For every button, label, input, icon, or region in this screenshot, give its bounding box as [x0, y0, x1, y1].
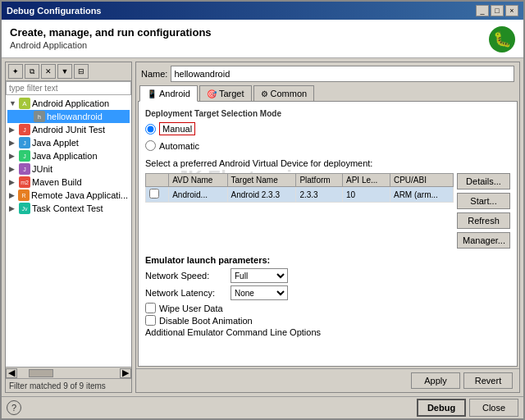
row-api-level: 10 [342, 187, 390, 203]
maven-icon: m2 [19, 176, 30, 188]
expand-icon: ▼ [9, 99, 17, 107]
tree-item-remote-java[interactable]: ▶ R Remote Java Applicati... [7, 189, 130, 202]
tree-label-android-app: Android Application [32, 98, 109, 108]
row-target-name: Android 2.3.3 [227, 187, 296, 203]
details-button[interactable]: Details... [457, 173, 510, 189]
tab-target-label: Target [219, 89, 244, 98]
row-avd-name: Android... [169, 187, 227, 203]
expand-icon4: ▶ [9, 152, 17, 160]
tab-android[interactable]: 📱 Android [139, 85, 198, 102]
table-row[interactable]: Android... Android 2.3.3 2.3.3 10 ARM (a… [146, 187, 454, 203]
scroll-right-btn[interactable]: ▶ [120, 368, 131, 378]
col-avd-name-header: AVD Name [169, 174, 227, 187]
scroll-thumb[interactable] [29, 369, 53, 377]
disable-boot-checkbox[interactable] [145, 315, 156, 326]
tab-android-label: Android [159, 89, 190, 98]
debug-button[interactable]: Debug [417, 399, 466, 417]
tab-target[interactable]: 🎯 Target [199, 85, 252, 101]
tree-item-android-junit[interactable]: ▶ J Android JUnit Test [7, 123, 130, 136]
tab-content: JK Electronics Deployment Target Selecti… [138, 101, 518, 367]
deployment-section: Deployment Target Selection Mode [145, 108, 510, 118]
filter-button[interactable]: ▼ [57, 64, 72, 79]
avd-table-section: AVD Name Target Name Platform API Le... … [145, 173, 510, 249]
window-title: Debug Configurations [7, 6, 102, 16]
network-speed-row: Network Speed: Full GPRS EDGE [145, 268, 510, 283]
col-api-level: API Le... [342, 174, 390, 187]
expand-icon5: ▶ [9, 165, 17, 173]
tree-item-java-applet[interactable]: ▶ J Java Applet [7, 136, 130, 149]
automatic-label: Automatic [159, 141, 199, 151]
network-speed-select[interactable]: Full GPRS EDGE [231, 268, 288, 283]
filter-status: Filter matched 9 of 9 items [9, 381, 106, 390]
duplicate-button[interactable]: ⧉ [25, 64, 39, 79]
debug-configurations-window: Debug Configurations _ □ × Create, manag… [0, 0, 525, 420]
maximize-button[interactable]: □ [491, 5, 504, 16]
applet-icon: J [19, 137, 30, 148]
horizontal-scrollbar[interactable]: ◀ ▶ [6, 367, 131, 378]
col-target-name: Target Name [227, 174, 296, 187]
name-input[interactable] [171, 66, 514, 82]
row-platform: 2.3.3 [296, 187, 343, 203]
close-button-footer[interactable]: Close [469, 399, 518, 417]
common-tab-icon: ⚙ [261, 89, 268, 98]
tree-item-android-app[interactable]: ▼ A Android Application [7, 97, 130, 110]
scroll-left-btn[interactable]: ◀ [6, 368, 17, 378]
automatic-radio[interactable] [145, 140, 156, 151]
expand-icon2: ▶ [9, 126, 17, 134]
close-button[interactable]: × [505, 5, 518, 16]
network-latency-row: Network Latency: None GPRS [145, 285, 510, 300]
bug-icon: 🐛 [489, 26, 515, 52]
tab-common-label: Common [271, 89, 308, 98]
tree-area: ▼ A Android Application h hellowandroid … [6, 95, 131, 367]
collapse-button[interactable]: ⊟ [74, 64, 89, 79]
android-tab-icon: 📱 [147, 89, 157, 98]
junit-icon: J [19, 124, 30, 135]
apply-button[interactable]: Apply [411, 372, 460, 389]
revert-button[interactable]: Revert [463, 372, 513, 389]
wipe-user-data-checkbox[interactable] [145, 303, 156, 313]
remote-icon: R [18, 189, 30, 201]
col-cpu-abi: CPU/ABI [390, 174, 453, 187]
tree-label-hellowandroid: hellowandroid [47, 112, 103, 121]
name-row: Name: [136, 62, 519, 85]
target-tab-icon: 🎯 [207, 89, 217, 98]
help-button[interactable]: ? [7, 400, 21, 415]
tree-label-android-junit: Android JUnit Test [32, 125, 105, 135]
header-title: Create, manage, and run configurations [10, 26, 212, 39]
tree-label-java-applet: Java Applet [32, 138, 79, 148]
window-header: Create, manage, and run configurations A… [2, 20, 523, 58]
selection-label: Select a preferred Android Virtual Devic… [145, 158, 510, 168]
left-toolbar: ✦ ⧉ ✕ ▼ ⊟ [6, 62, 131, 81]
refresh-button[interactable]: Refresh [457, 212, 510, 229]
task-icon: Jv [19, 203, 30, 214]
start-button[interactable]: Start... [457, 193, 510, 209]
javaapp-icon: J [19, 150, 30, 162]
header-text: Create, manage, and run configurations A… [10, 26, 212, 50]
tree-label-java-app: Java Application [32, 151, 98, 161]
tabs-row: 📱 Android 🎯 Target ⚙ Common [136, 85, 519, 101]
tree-item-junit[interactable]: ▶ J JUnit [7, 162, 130, 176]
manual-radio[interactable] [145, 124, 156, 135]
junit2-icon: J [19, 163, 30, 175]
emulator-section: Emulator launch parameters: Network Spee… [145, 255, 510, 337]
emulator-label: Emulator launch parameters: [145, 255, 510, 265]
footer-bar: ? Debug Close [2, 396, 523, 418]
tree-item-maven[interactable]: ▶ m2 Maven Build [7, 176, 130, 189]
new-config-button[interactable]: ✦ [8, 64, 23, 79]
right-panel: Name: 📱 Android 🎯 Target ⚙ Common [135, 62, 520, 393]
tab-content-wrap: JK Electronics Deployment Target Selecti… [136, 101, 519, 368]
col-avd-name [146, 174, 169, 187]
tree-item-task-context[interactable]: ▶ Jv Task Context Test [7, 202, 130, 215]
apply-revert-row: Apply Revert [136, 368, 519, 392]
row-checkbox-cell [146, 187, 169, 203]
tab-common[interactable]: ⚙ Common [253, 85, 315, 101]
minimize-button[interactable]: _ [476, 5, 489, 16]
delete-button[interactable]: ✕ [41, 64, 56, 79]
filter-input[interactable] [6, 81, 131, 95]
network-latency-select[interactable]: None GPRS [231, 285, 288, 300]
main-content: ✦ ⧉ ✕ ▼ ⊟ ▼ A Android Application h hell… [2, 58, 523, 396]
manager-button[interactable]: Manager... [457, 232, 510, 249]
avd-checkbox[interactable] [149, 189, 159, 199]
tree-item-hellowandroid[interactable]: h hellowandroid [7, 110, 130, 123]
tree-item-java-app[interactable]: ▶ J Java Application [7, 149, 130, 162]
